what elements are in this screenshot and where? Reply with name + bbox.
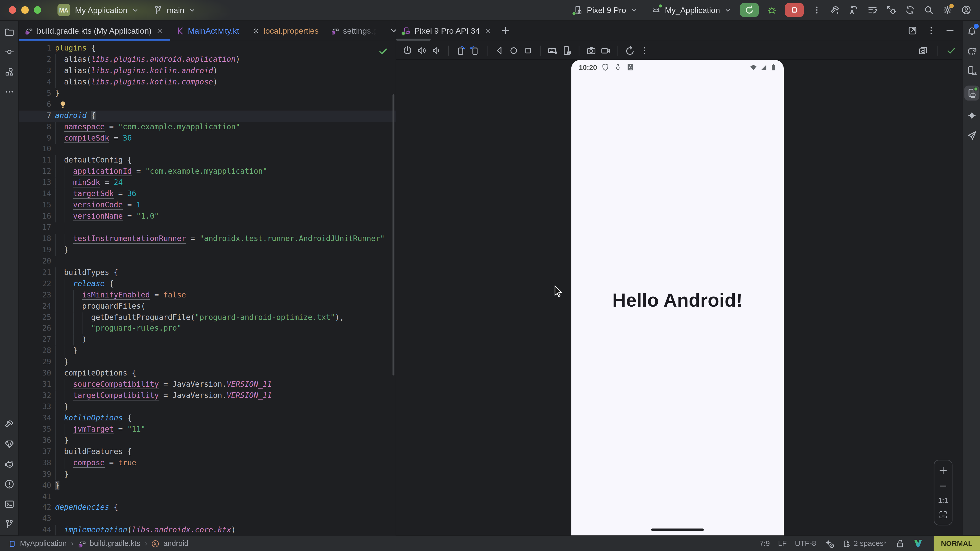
screenshot-test-icon[interactable] xyxy=(918,45,928,56)
breadcrumb-item[interactable]: MyApplication xyxy=(8,539,67,548)
code-line-6[interactable]: 6 xyxy=(19,99,396,110)
running-devices-button[interactable] xyxy=(964,86,979,101)
code-line-29[interactable]: 29 } xyxy=(19,357,396,368)
more-horizontal-icon[interactable] xyxy=(4,87,14,97)
code-line-3[interactable]: 3 alias(libs.plugins.kotlin.android) xyxy=(19,65,396,77)
readonly-toggle-icon[interactable] xyxy=(895,538,905,548)
commit-icon[interactable] xyxy=(4,47,14,57)
folder-icon[interactable] xyxy=(4,27,14,37)
vim-plugin-icon[interactable] xyxy=(913,538,923,548)
device-screen[interactable]: 10:20 A Hello Android! xyxy=(571,60,784,535)
breadcrumb-item[interactable]: build.gradle.kts xyxy=(78,539,140,548)
code-line-25[interactable]: 25 getDefaultProguardFile("proguard-andr… xyxy=(19,312,396,323)
code-line-43[interactable]: 43 xyxy=(19,514,396,525)
code-line-7[interactable]: 7android { xyxy=(19,110,396,122)
attach-debugger-icon[interactable] xyxy=(886,5,896,15)
zoom-out-button[interactable] xyxy=(938,481,948,491)
code-line-9[interactable]: 9 compileSdk = 36 xyxy=(19,133,396,144)
stop-button[interactable] xyxy=(785,3,803,17)
minimize-window-button[interactable] xyxy=(21,6,29,14)
code-line-37[interactable]: 37 buildFeatures { xyxy=(19,446,396,457)
terminal-icon[interactable] xyxy=(4,499,14,509)
close-window-button[interactable] xyxy=(9,6,16,14)
rerun-button[interactable] xyxy=(740,3,759,17)
more-vertical-icon[interactable] xyxy=(926,25,936,35)
account-icon[interactable] xyxy=(961,5,971,15)
notifications-icon[interactable] xyxy=(966,25,977,35)
code-line-10[interactable]: 10 xyxy=(19,144,396,155)
gradle-sync-icon[interactable] xyxy=(905,5,915,15)
back-icon[interactable] xyxy=(494,45,504,56)
caret-position[interactable]: 7:9 xyxy=(759,539,770,548)
zoom-window-button[interactable] xyxy=(34,6,41,14)
git-branch-icon[interactable] xyxy=(4,519,14,529)
project-selector[interactable]: My Application xyxy=(75,5,139,15)
vcs-branch-selector[interactable]: main xyxy=(153,5,196,15)
editor-scrollbar[interactable] xyxy=(393,94,394,375)
code-line-16[interactable]: 16 versionName = "1.0" xyxy=(19,211,396,222)
logcat-icon[interactable] xyxy=(4,459,14,469)
code-line-39[interactable]: 39 } xyxy=(19,469,396,480)
chevron-down-icon[interactable] xyxy=(389,25,396,35)
more-run-actions-icon[interactable] xyxy=(812,5,822,15)
code-editor[interactable]: 1plugins {2 alias(libs.plugins.android.a… xyxy=(19,41,396,535)
code-line-30[interactable]: 30 compileOptions { xyxy=(19,368,396,380)
reset-icon[interactable] xyxy=(625,45,635,56)
overview-icon[interactable] xyxy=(523,45,533,56)
code-line-14[interactable]: 14 targetSdk = 36 xyxy=(19,189,396,200)
close-icon[interactable] xyxy=(156,27,164,35)
breadcrumb-item[interactable]: android xyxy=(151,539,189,548)
more-vertical-icon[interactable] xyxy=(639,45,649,56)
hammer-icon[interactable] xyxy=(4,419,14,429)
open-in-new-icon[interactable] xyxy=(907,25,918,35)
code-line-19[interactable]: 19 } xyxy=(19,245,396,256)
run-configuration-selector[interactable]: My_Application xyxy=(651,5,732,15)
code-line-8[interactable]: 8 namespace = "com.example.myapplication… xyxy=(19,121,396,133)
code-line-15[interactable]: 15 versionCode = 1 xyxy=(19,200,396,211)
debug-button[interactable] xyxy=(767,5,777,15)
code-line-20[interactable]: 20 xyxy=(19,256,396,267)
vim-mode-badge[interactable]: NORMAL xyxy=(934,536,980,551)
device-settings-icon[interactable] xyxy=(562,45,572,56)
settings-icon[interactable] xyxy=(942,5,953,15)
home-icon[interactable] xyxy=(509,45,519,56)
code-line-40[interactable]: 40} xyxy=(19,480,396,491)
editor-tab-2[interactable]: MainActivity.kt xyxy=(170,21,245,41)
editor-tab-1[interactable]: build.gradle.kts (My Application) xyxy=(19,21,170,41)
volume-down-icon[interactable] xyxy=(431,45,441,56)
zoom-actual-size-button[interactable]: 1:1 xyxy=(938,497,948,504)
new-tab-button[interactable] xyxy=(501,21,511,41)
fit-screen-button[interactable] xyxy=(938,510,948,519)
code-line-33[interactable]: 33 } xyxy=(19,402,396,413)
airplane-icon[interactable] xyxy=(966,130,977,141)
screen-record-icon[interactable] xyxy=(600,45,611,56)
tab-scrollbar[interactable] xyxy=(396,39,431,41)
emulator-tab[interactable]: Pixel 9 Pro API 34 xyxy=(396,21,498,41)
emulator-display-area[interactable]: 10:20 A Hello Android! xyxy=(396,60,963,535)
code-line-23[interactable]: 23 isMinifyEnabled = false xyxy=(19,289,396,301)
rotate-right-icon[interactable] xyxy=(470,45,480,56)
code-line-22[interactable]: 22 release { xyxy=(19,278,396,289)
code-line-4[interactable]: 4 alias(libs.plugins.kotlin.compose) xyxy=(19,77,396,88)
screenshot-icon[interactable] xyxy=(586,45,596,56)
code-line-44[interactable]: 44 implementation(libs.androidx.core.ktx… xyxy=(19,525,396,535)
inspections-ok-icon[interactable] xyxy=(378,46,388,56)
profiler-icon[interactable] xyxy=(867,5,877,15)
code-line-32[interactable]: 32 targetCompatibility = JavaVersion.VER… xyxy=(19,391,396,402)
resource-manager-icon[interactable] xyxy=(4,67,14,77)
gem-icon[interactable] xyxy=(4,439,14,449)
code-line-41[interactable]: 41 xyxy=(19,491,396,503)
window-controls[interactable] xyxy=(9,6,41,14)
keyboard-icon[interactable] xyxy=(547,45,557,56)
code-line-26[interactable]: 26 "proguard-rules.pro" xyxy=(19,323,396,334)
code-line-13[interactable]: 13 minSdk = 24 xyxy=(19,178,396,189)
rotate-left-icon[interactable] xyxy=(455,45,466,56)
code-line-21[interactable]: 21 buildTypes { xyxy=(19,267,396,279)
minimize-icon[interactable] xyxy=(945,25,955,35)
code-line-34[interactable]: 34 kotlinOptions { xyxy=(19,413,396,424)
code-line-35[interactable]: 35 jvmTarget = "11" xyxy=(19,424,396,435)
code-line-42[interactable]: 42dependencies { xyxy=(19,503,396,514)
code-line-5[interactable]: 5} xyxy=(19,88,396,99)
close-icon[interactable] xyxy=(484,27,492,35)
build-icon[interactable] xyxy=(830,5,840,15)
